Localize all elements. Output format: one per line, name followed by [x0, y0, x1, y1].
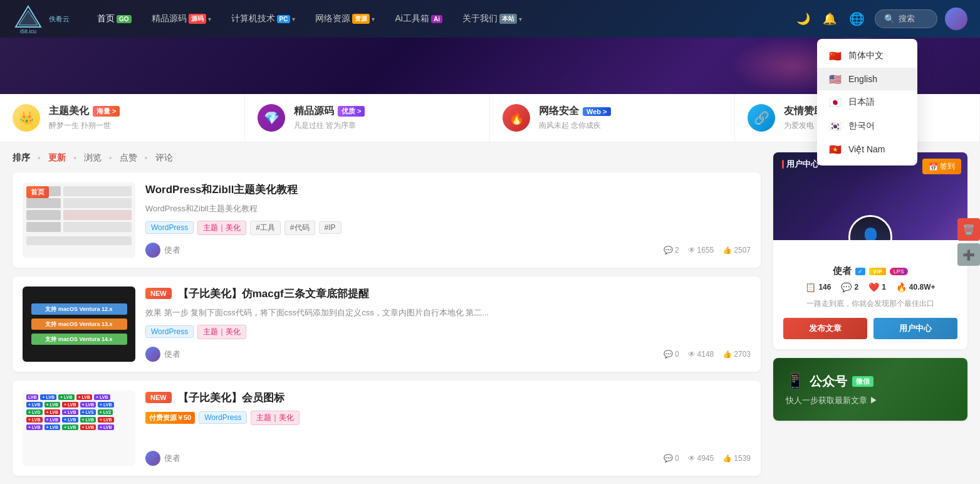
article-1-footer: 使者 💬 2 👁 1655 👍 2507 [145, 243, 751, 258]
like-count-1: 2507 [734, 246, 751, 255]
author-1-avatar [145, 243, 160, 258]
nav-item-tech[interactable]: 计算机技术 PC ▾ [222, 9, 305, 28]
like-icon: 👍 [722, 246, 732, 255]
lang-item-en[interactable]: 🇺🇸 English [817, 68, 917, 90]
comment-count-sidebar: 2 [854, 283, 858, 292]
stat-user-fire: 🔥 40.8W+ [896, 282, 936, 292]
source-card-sub: 凡是过往 皆为序章 [294, 120, 365, 131]
wechat-sub: 快人一步获取最新文章 ▶ [786, 395, 878, 406]
language-button[interactable]: 🌐 [847, 9, 867, 29]
theme-toggle-button[interactable]: 🌙 [794, 9, 813, 28]
security-badge: Web > [583, 107, 611, 116]
article-2-body: NEW 【子比美化】仿macgf三条文章底部提醒 效果 第一步 复制下面css代… [145, 287, 751, 362]
article-1-thumbnail: 首页 [23, 182, 135, 258]
tag-code[interactable]: #代码 [284, 221, 315, 235]
stat-views-1: 👁 1655 [688, 246, 714, 255]
nav-badge-home: GO [117, 15, 132, 23]
user-action-buttons: 发布文章 用户中心 [783, 318, 957, 339]
comment-count-1: 2 [675, 246, 679, 255]
flag-kr-icon: 🇰🇷 [828, 121, 842, 131]
theme-icon: 👑 [13, 104, 40, 132]
comment-icon: 💬 [664, 246, 673, 255]
author-2-name: 使者 [164, 349, 180, 360]
tag-wordpress[interactable]: WordPress [145, 221, 194, 234]
search-bar[interactable]: 🔍 搜索 [875, 9, 937, 28]
user-stats-row: 📋 146 💬 2 ❤️ 1 🔥 40.8W+ [783, 282, 957, 292]
fab-trash-button[interactable]: 🗑️ [957, 218, 980, 241]
tag-theme-beauty[interactable]: 主题｜美化 [197, 221, 246, 235]
notification-button[interactable]: 🔔 [820, 9, 839, 28]
logo[interactable]: i58.icu 佚肴云 [13, 3, 70, 34]
stat-comments-2: 💬 0 [664, 350, 679, 359]
theme-card-title: 主题美化 海量 > [49, 105, 120, 118]
feature-card-theme[interactable]: 👑 主题美化 海量 > 醉梦一生 扑朔一世 [0, 94, 245, 142]
theme-badge: 海量 > [93, 106, 120, 117]
like-icon-3: 👍 [722, 454, 732, 463]
source-icon: 💎 [258, 104, 285, 132]
security-card-sub: 南风未起 念你成疾 [539, 120, 611, 131]
wechat-icon: 📱 [786, 372, 805, 390]
nav-item-ai[interactable]: Ai工具箱 Ai [386, 9, 451, 28]
fire-icon: 🔥 [896, 282, 907, 292]
tag-theme-beauty-2[interactable]: 主题｜美化 [197, 325, 246, 339]
lang-item-vi[interactable]: 🇻🇳 Việt Nam [817, 138, 917, 160]
sign-in-button[interactable]: 📅 签到 [922, 159, 961, 174]
sort-item-update[interactable]: 更新 [48, 152, 66, 164]
author-3-avatar [145, 451, 160, 466]
view-icon-3: 👁 [688, 454, 696, 463]
security-card-content: 网络安全 Web > 南风未起 念你成疾 [539, 105, 611, 131]
lang-label-ko: 한국어 [848, 120, 875, 132]
user-center-button[interactable]: 用户中心 [873, 318, 957, 339]
sort-item-comments[interactable]: 评论 [155, 152, 173, 164]
article-2-title[interactable]: 【子比美化】仿macgf三条文章底部提醒 [178, 287, 369, 302]
user-info-section: 使者 ✓ VIP LPS 📋 146 💬 2 ❤️ [773, 240, 967, 349]
nav-item-network[interactable]: 网络资源 资源 ▾ [306, 9, 383, 28]
post-icon: 📋 [805, 282, 816, 292]
tag-ip[interactable]: #IP [319, 221, 341, 234]
sign-btn-label: 签到 [940, 161, 955, 172]
tag-wordpress-3[interactable]: WordPress [199, 411, 247, 424]
source-badge: 优质 > [338, 106, 365, 117]
wechat-card[interactable]: 📱 公众号 微信 快人一步获取最新文章 ▶ [773, 358, 967, 421]
nav-item-about[interactable]: 关于我们 本站 ▾ [454, 9, 531, 28]
calendar-icon: 📅 [929, 162, 938, 171]
stat-comments-1: 💬 2 [664, 246, 679, 255]
sort-item-views[interactable]: 浏览 [84, 152, 102, 164]
nav-item-source[interactable]: 精品源码 源码 ▾ [143, 9, 220, 28]
side-fab: 🗑️ ➕ [957, 218, 980, 266]
chevron-down-icon: ▾ [519, 16, 522, 23]
sort-item-likes[interactable]: 点赞 [120, 152, 137, 164]
feature-card-security[interactable]: 🔥 网络安全 Web > 南风未起 念你成疾 [490, 94, 735, 142]
tag-tool[interactable]: #工具 [250, 221, 281, 235]
article-2-thumbnail: 支持 macOS Ventura 12.x 支持 macOS Ventura 1… [23, 287, 135, 362]
nav-item-home[interactable]: 首页 GO [88, 9, 140, 28]
lang-item-zh[interactable]: 🇨🇳 简体中文 [817, 44, 917, 68]
lang-label-en: English [848, 74, 877, 84]
macos-bar-3: 支持 macOS Ventura 14.x [31, 334, 127, 345]
fab-plus-button[interactable]: ➕ [957, 243, 980, 266]
lang-item-ko[interactable]: 🇰🇷 한국어 [817, 114, 917, 138]
flag-jp-icon: 🇯🇵 [828, 97, 842, 107]
lang-item-ja[interactable]: 🇯🇵 日本語 [817, 90, 917, 114]
view-count-3: 4945 [697, 454, 714, 463]
article-1-title[interactable]: WordPress和Zibll主题美化教程 [145, 182, 751, 197]
vip-badge: VIP [869, 268, 886, 275]
tag-wordpress-2[interactable]: WordPress [145, 325, 194, 338]
article-2-stats: 💬 0 👁 4148 👍 2703 [664, 350, 751, 359]
nav-badge-source: 源码 [189, 14, 206, 24]
stat-user-likes: ❤️ 1 [868, 282, 886, 292]
wechat-tag: 微信 [852, 376, 873, 387]
user-center-header: 用户中心 [782, 159, 819, 170]
tag-theme-beauty-3[interactable]: 主题｜美化 [251, 411, 300, 425]
heart-icon: ❤️ [868, 282, 879, 292]
user-avatar[interactable] [945, 8, 967, 30]
user-banner: 用户中心 📅 签到 👤 ✓ [773, 152, 967, 240]
publish-article-button[interactable]: 发布文章 [783, 318, 867, 339]
feature-card-source[interactable]: 💎 精品源码 优质 > 凡是过往 皆为序章 [245, 94, 490, 142]
article-3-title[interactable]: 【子比美化】会员图标 [178, 391, 284, 406]
view-icon: 👁 [688, 246, 696, 255]
view-count-1: 1655 [697, 246, 714, 255]
new-badge-2: NEW [145, 288, 172, 299]
sort-divider-1: • [38, 153, 41, 163]
user-avatar-wrap: 👤 ✓ [848, 215, 892, 240]
